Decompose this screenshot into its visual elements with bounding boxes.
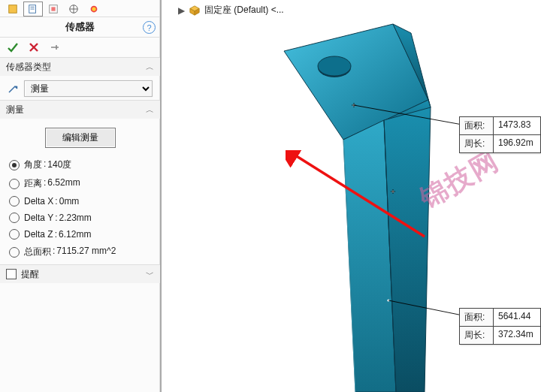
radio-icon bbox=[9, 247, 20, 258]
callout-row: 面积:5641.44 bbox=[460, 309, 540, 326]
callout-key: 面积: bbox=[460, 309, 494, 326]
svg-rect-0 bbox=[9, 5, 17, 14]
section-alert-head[interactable]: 提醒 ﹀ bbox=[0, 264, 160, 283]
callout-value: 1473.83 bbox=[494, 117, 540, 134]
svg-point-13 bbox=[16, 86, 18, 89]
radio-icon bbox=[9, 160, 20, 170]
section-alert-label: 提醒 bbox=[21, 268, 39, 281]
measure-option-3[interactable]: Delta Y: 2.23mm bbox=[8, 210, 153, 226]
pin-button[interactable] bbox=[48, 41, 62, 54]
callout-value: 196.92m bbox=[494, 135, 540, 152]
panel-title: 传感器 bbox=[65, 20, 95, 34]
callout-key: 周长: bbox=[460, 135, 494, 152]
callout-row: 周长:372.34m bbox=[460, 326, 540, 344]
app-root: 传感器 ? 传感器类型 ︿ 测量 测量 ︿ bbox=[0, 0, 541, 392]
section-sensor-type-head[interactable]: 传感器类型 ︿ bbox=[0, 57, 160, 76]
callout-0: 面积:1473.83周长:196.92m bbox=[459, 116, 541, 153]
tab-0[interactable] bbox=[3, 2, 23, 17]
confirm-button[interactable] bbox=[6, 41, 20, 54]
help-icon[interactable]: ? bbox=[143, 21, 156, 34]
chevron-down-icon: ﹀ bbox=[146, 269, 154, 280]
tab-1[interactable] bbox=[23, 2, 43, 17]
cancel-button[interactable] bbox=[27, 41, 41, 54]
callout-key: 面积: bbox=[460, 117, 494, 134]
callout-key: 周长: bbox=[460, 327, 494, 344]
panel-tabs bbox=[0, 0, 160, 17]
panel-actions bbox=[0, 38, 160, 57]
measure-option-5[interactable]: 总面积: 7115.27 mm^2 bbox=[8, 243, 153, 261]
measure-option-label: Delta Y: 2.23mm bbox=[24, 213, 92, 223]
graphics-viewport[interactable]: ▶ 固定座 (Default) <... bbox=[162, 0, 541, 392]
svg-point-10 bbox=[92, 7, 95, 11]
callout-1: 面积:5641.44周长:372.34m bbox=[459, 308, 541, 345]
section-sensor-type-body: 测量 bbox=[0, 76, 160, 100]
callout-row: 周长:196.92m bbox=[460, 134, 540, 152]
feature-manager-panel: 传感器 ? 传感器类型 ︿ 测量 测量 ︿ bbox=[0, 0, 162, 392]
measure-option-4[interactable]: Delta Z: 6.12mm bbox=[8, 226, 153, 243]
callout-value: 372.34m bbox=[494, 327, 540, 344]
panel-title-row: 传感器 ? bbox=[0, 17, 160, 38]
svg-rect-5 bbox=[51, 7, 55, 11]
tab-3[interactable] bbox=[64, 2, 83, 17]
section-measure-head[interactable]: 测量 ︿ bbox=[0, 100, 160, 119]
measure-option-2[interactable]: Delta X: 0mm bbox=[8, 193, 153, 210]
measure-option-label: Delta X: 0mm bbox=[24, 196, 79, 207]
section-measure-body: 编辑测量 角度: 140度距离: 6.52mmDelta X: 0mmDelta… bbox=[0, 119, 160, 264]
chevron-up-icon: ︿ bbox=[146, 104, 154, 116]
svg-point-19 bbox=[318, 56, 351, 76]
sensor-type-select[interactable]: 测量 bbox=[24, 80, 153, 97]
section-sensor-type-label: 传感器类型 bbox=[6, 61, 51, 74]
measure-option-label: 角度: 140度 bbox=[24, 158, 71, 171]
radio-icon bbox=[9, 179, 20, 189]
callout-row: 面积:1473.83 bbox=[460, 117, 540, 134]
measure-option-label: 距离: 6.52mm bbox=[24, 177, 80, 190]
callout-value: 5641.44 bbox=[494, 309, 540, 326]
measure-option-label: Delta Z: 6.12mm bbox=[24, 229, 91, 240]
radio-icon bbox=[9, 213, 20, 223]
measure-icon bbox=[8, 83, 20, 95]
tab-4[interactable] bbox=[84, 2, 104, 17]
tab-2[interactable] bbox=[44, 2, 63, 17]
edit-measure-button[interactable]: 编辑测量 bbox=[45, 128, 116, 148]
measure-radio-list: 角度: 140度距离: 6.52mmDelta X: 0mmDelta Y: 2… bbox=[8, 155, 153, 261]
measure-option-0[interactable]: 角度: 140度 bbox=[8, 155, 153, 174]
measure-option-1[interactable]: 距离: 6.52mm bbox=[8, 174, 153, 193]
radio-icon bbox=[9, 196, 20, 207]
measure-option-label: 总面积: 7115.27 mm^2 bbox=[24, 246, 116, 258]
radio-icon bbox=[9, 229, 20, 240]
sensor-type-row: 测量 bbox=[8, 80, 153, 97]
alert-checkbox[interactable] bbox=[6, 269, 17, 279]
section-measure-label: 测量 bbox=[6, 104, 24, 116]
chevron-up-icon: ︿ bbox=[146, 62, 154, 73]
